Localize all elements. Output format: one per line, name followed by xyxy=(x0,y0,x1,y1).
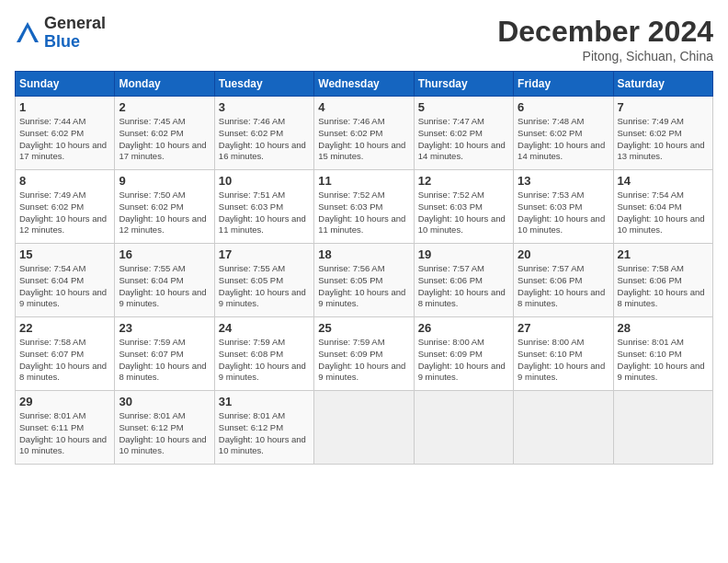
day-info: Sunrise: 7:56 AM Sunset: 6:05 PM Dayligh… xyxy=(318,263,409,310)
day-cell: 14Sunrise: 7:54 AM Sunset: 6:04 PM Dayli… xyxy=(613,170,712,244)
title-block: December 2024 Pitong, Sichuan, China xyxy=(497,15,713,63)
header-cell-friday: Friday xyxy=(514,72,613,97)
day-info: Sunrise: 8:01 AM Sunset: 6:11 PM Dayligh… xyxy=(19,410,110,457)
day-info: Sunrise: 7:46 AM Sunset: 6:02 PM Dayligh… xyxy=(219,116,310,163)
day-number: 24 xyxy=(219,321,310,335)
day-cell xyxy=(613,391,712,465)
day-number: 19 xyxy=(418,247,509,261)
day-number: 22 xyxy=(19,321,110,335)
day-number: 20 xyxy=(518,247,609,261)
day-info: Sunrise: 7:55 AM Sunset: 6:05 PM Dayligh… xyxy=(219,263,310,310)
day-info: Sunrise: 7:50 AM Sunset: 6:02 PM Dayligh… xyxy=(119,190,210,236)
day-number: 16 xyxy=(119,247,210,261)
day-info: Sunrise: 7:57 AM Sunset: 6:06 PM Dayligh… xyxy=(418,263,509,310)
header-cell-tuesday: Tuesday xyxy=(214,72,313,97)
day-info: Sunrise: 7:52 AM Sunset: 6:03 PM Dayligh… xyxy=(318,190,409,236)
day-info: Sunrise: 8:01 AM Sunset: 6:12 PM Dayligh… xyxy=(219,410,310,457)
day-info: Sunrise: 8:01 AM Sunset: 6:10 PM Dayligh… xyxy=(618,337,709,384)
day-cell: 11Sunrise: 7:52 AM Sunset: 6:03 PM Dayli… xyxy=(314,170,414,244)
day-number: 5 xyxy=(418,100,509,114)
day-cell: 20Sunrise: 7:57 AM Sunset: 6:06 PM Dayli… xyxy=(514,244,613,317)
logo-icon xyxy=(15,20,40,46)
day-info: Sunrise: 7:51 AM Sunset: 6:03 PM Dayligh… xyxy=(219,190,310,236)
day-number: 10 xyxy=(219,174,310,188)
day-number: 2 xyxy=(119,100,210,114)
day-cell: 26Sunrise: 8:00 AM Sunset: 6:09 PM Dayli… xyxy=(414,317,513,391)
day-cell: 7Sunrise: 7:49 AM Sunset: 6:02 PM Daylig… xyxy=(613,97,712,170)
day-number: 17 xyxy=(219,247,310,261)
day-number: 26 xyxy=(418,321,509,335)
day-cell: 13Sunrise: 7:53 AM Sunset: 6:03 PM Dayli… xyxy=(514,170,613,244)
month-title: December 2024 xyxy=(497,15,713,49)
day-cell: 28Sunrise: 8:01 AM Sunset: 6:10 PM Dayli… xyxy=(613,317,712,391)
day-cell: 29Sunrise: 8:01 AM Sunset: 6:11 PM Dayli… xyxy=(16,391,115,465)
day-cell: 17Sunrise: 7:55 AM Sunset: 6:05 PM Dayli… xyxy=(214,244,313,317)
day-info: Sunrise: 7:54 AM Sunset: 6:04 PM Dayligh… xyxy=(618,190,709,236)
day-number: 3 xyxy=(219,100,310,114)
day-number: 25 xyxy=(318,321,409,335)
day-cell: 15Sunrise: 7:54 AM Sunset: 6:04 PM Dayli… xyxy=(16,244,115,317)
day-info: Sunrise: 7:52 AM Sunset: 6:03 PM Dayligh… xyxy=(418,190,509,236)
day-number: 18 xyxy=(318,247,409,261)
calendar-header: SundayMondayTuesdayWednesdayThursdayFrid… xyxy=(16,72,713,97)
day-cell: 24Sunrise: 7:59 AM Sunset: 6:08 PM Dayli… xyxy=(214,317,313,391)
week-row-1: 8Sunrise: 7:49 AM Sunset: 6:02 PM Daylig… xyxy=(16,170,713,244)
day-cell: 4Sunrise: 7:46 AM Sunset: 6:02 PM Daylig… xyxy=(314,97,414,170)
week-row-4: 29Sunrise: 8:01 AM Sunset: 6:11 PM Dayli… xyxy=(16,391,713,465)
day-cell: 25Sunrise: 7:59 AM Sunset: 6:09 PM Dayli… xyxy=(314,317,414,391)
day-info: Sunrise: 7:48 AM Sunset: 6:02 PM Dayligh… xyxy=(518,116,609,163)
day-number: 6 xyxy=(518,100,609,114)
day-cell: 31Sunrise: 8:01 AM Sunset: 6:12 PM Dayli… xyxy=(214,391,313,465)
day-cell: 6Sunrise: 7:48 AM Sunset: 6:02 PM Daylig… xyxy=(514,97,613,170)
day-cell: 16Sunrise: 7:55 AM Sunset: 6:04 PM Dayli… xyxy=(115,244,214,317)
calendar-table: SundayMondayTuesdayWednesdayThursdayFrid… xyxy=(15,71,713,465)
day-number: 21 xyxy=(618,247,709,261)
day-info: Sunrise: 7:59 AM Sunset: 6:09 PM Dayligh… xyxy=(318,337,409,384)
day-info: Sunrise: 7:57 AM Sunset: 6:06 PM Dayligh… xyxy=(518,263,609,310)
week-row-0: 1Sunrise: 7:44 AM Sunset: 6:02 PM Daylig… xyxy=(16,97,713,170)
day-info: Sunrise: 7:49 AM Sunset: 6:02 PM Dayligh… xyxy=(19,190,110,236)
calendar-body: 1Sunrise: 7:44 AM Sunset: 6:02 PM Daylig… xyxy=(16,97,713,465)
day-info: Sunrise: 8:01 AM Sunset: 6:12 PM Dayligh… xyxy=(119,410,210,457)
day-info: Sunrise: 7:46 AM Sunset: 6:02 PM Dayligh… xyxy=(318,116,409,163)
day-info: Sunrise: 7:45 AM Sunset: 6:02 PM Dayligh… xyxy=(119,116,210,163)
day-cell: 3Sunrise: 7:46 AM Sunset: 6:02 PM Daylig… xyxy=(214,97,313,170)
day-cell: 9Sunrise: 7:50 AM Sunset: 6:02 PM Daylig… xyxy=(115,170,214,244)
day-number: 29 xyxy=(19,395,110,408)
day-cell: 21Sunrise: 7:58 AM Sunset: 6:06 PM Dayli… xyxy=(613,244,712,317)
day-number: 7 xyxy=(618,100,709,114)
day-number: 4 xyxy=(318,100,409,114)
day-info: Sunrise: 7:53 AM Sunset: 6:03 PM Dayligh… xyxy=(518,190,609,236)
week-row-3: 22Sunrise: 7:58 AM Sunset: 6:07 PM Dayli… xyxy=(16,317,713,391)
day-info: Sunrise: 7:59 AM Sunset: 6:07 PM Dayligh… xyxy=(119,337,210,384)
day-cell: 5Sunrise: 7:47 AM Sunset: 6:02 PM Daylig… xyxy=(414,97,513,170)
day-number: 8 xyxy=(19,174,110,188)
day-number: 13 xyxy=(518,174,609,188)
day-info: Sunrise: 7:44 AM Sunset: 6:02 PM Dayligh… xyxy=(19,116,110,163)
day-info: Sunrise: 7:58 AM Sunset: 6:06 PM Dayligh… xyxy=(618,263,709,310)
day-cell: 22Sunrise: 7:58 AM Sunset: 6:07 PM Dayli… xyxy=(16,317,115,391)
day-cell: 18Sunrise: 7:56 AM Sunset: 6:05 PM Dayli… xyxy=(314,244,414,317)
header-cell-sunday: Sunday xyxy=(16,72,115,97)
day-number: 9 xyxy=(119,174,210,188)
day-cell: 30Sunrise: 8:01 AM Sunset: 6:12 PM Dayli… xyxy=(115,391,214,465)
day-number: 11 xyxy=(318,174,409,188)
header-cell-saturday: Saturday xyxy=(613,72,712,97)
day-cell: 19Sunrise: 7:57 AM Sunset: 6:06 PM Dayli… xyxy=(414,244,513,317)
day-info: Sunrise: 8:00 AM Sunset: 6:09 PM Dayligh… xyxy=(418,337,509,384)
header-cell-wednesday: Wednesday xyxy=(314,72,414,97)
day-info: Sunrise: 7:59 AM Sunset: 6:08 PM Dayligh… xyxy=(219,337,310,384)
day-cell: 27Sunrise: 8:00 AM Sunset: 6:10 PM Dayli… xyxy=(514,317,613,391)
day-number: 23 xyxy=(119,321,210,335)
day-info: Sunrise: 8:00 AM Sunset: 6:10 PM Dayligh… xyxy=(518,337,609,384)
day-info: Sunrise: 7:55 AM Sunset: 6:04 PM Dayligh… xyxy=(119,263,210,310)
day-cell: 2Sunrise: 7:45 AM Sunset: 6:02 PM Daylig… xyxy=(115,97,214,170)
day-cell: 10Sunrise: 7:51 AM Sunset: 6:03 PM Dayli… xyxy=(214,170,313,244)
logo: General Blue xyxy=(15,15,106,52)
header-cell-monday: Monday xyxy=(115,72,214,97)
day-info: Sunrise: 7:49 AM Sunset: 6:02 PM Dayligh… xyxy=(618,116,709,163)
location: Pitong, Sichuan, China xyxy=(497,49,713,63)
day-number: 12 xyxy=(418,174,509,188)
logo-text: General Blue xyxy=(44,15,106,52)
day-cell: 23Sunrise: 7:59 AM Sunset: 6:07 PM Dayli… xyxy=(115,317,214,391)
